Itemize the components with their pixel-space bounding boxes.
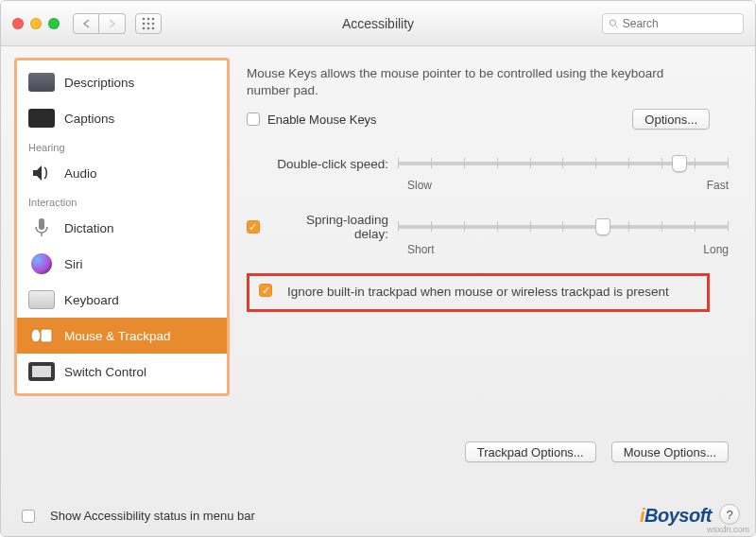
- keyboard-icon: [28, 289, 55, 310]
- options-button[interactable]: Options...: [632, 109, 710, 130]
- ignore-trackpad-highlight: Ignore built-in trackpad when mouse or w…: [247, 273, 710, 311]
- back-button[interactable]: [73, 13, 99, 34]
- titlebar: Accessibility: [1, 1, 755, 46]
- sidebar-item-label: Mouse & Trackpad: [64, 329, 171, 343]
- sidebar-item-siri[interactable]: Siri: [17, 246, 227, 282]
- search-input[interactable]: [623, 17, 737, 30]
- double-click-ends: Slow Fast: [247, 179, 729, 192]
- sidebar-item-audio[interactable]: Audio: [17, 155, 227, 191]
- slider-min: Short: [407, 243, 435, 256]
- sidebar-item-label: Switch Control: [64, 365, 146, 379]
- ignore-trackpad-checkbox[interactable]: [259, 284, 272, 297]
- double-click-speed-slider[interactable]: [398, 150, 729, 177]
- switch-control-icon: [28, 361, 55, 382]
- descriptions-icon: [28, 72, 55, 93]
- slider-thumb[interactable]: [672, 155, 687, 172]
- chevron-right-icon: [108, 19, 116, 28]
- spring-loading-row: Spring-loading delay:: [247, 213, 729, 241]
- svg-point-8: [152, 26, 155, 29]
- search-field[interactable]: [602, 13, 744, 34]
- sidebar-item-dictation[interactable]: Dictation: [17, 210, 227, 246]
- sidebar: Descriptions Captions Hearing Audio Inte…: [14, 58, 230, 396]
- window-controls: [12, 18, 60, 29]
- sidebar-item-label: Dictation: [64, 221, 114, 235]
- enable-mouse-keys-label: Enable Mouse Keys: [267, 113, 377, 127]
- sidebar-item-label: Siri: [64, 257, 83, 271]
- spring-loading-label: Spring-loading delay:: [273, 213, 388, 241]
- svg-line-10: [615, 25, 618, 27]
- svg-point-5: [152, 22, 155, 25]
- forward-button[interactable]: [99, 13, 126, 34]
- double-click-speed-row: Double-click speed:: [247, 150, 729, 177]
- minimize-icon[interactable]: [30, 18, 42, 29]
- option-buttons: Trackpad Options... Mouse Options...: [465, 442, 729, 462]
- audio-icon: [28, 163, 55, 183]
- sidebar-container: Descriptions Captions Hearing Audio Inte…: [1, 46, 230, 536]
- svg-point-4: [147, 22, 150, 25]
- close-icon[interactable]: [12, 18, 24, 29]
- sidebar-section-interaction: Interaction: [17, 191, 227, 210]
- sidebar-item-label: Captions: [64, 112, 114, 126]
- status-bar: Show Accessibility status in menu bar: [22, 509, 255, 523]
- spring-loading-slider[interactable]: [398, 214, 729, 240]
- svg-point-3: [143, 22, 146, 25]
- dictation-icon: [28, 217, 55, 238]
- enable-mouse-keys-checkbox[interactable]: [247, 113, 260, 126]
- zoom-icon[interactable]: [48, 18, 60, 29]
- slider-thumb[interactable]: [595, 218, 610, 235]
- slider-max: Fast: [707, 179, 729, 192]
- accessibility-window: Accessibility Descriptions Captions Hear…: [0, 0, 756, 537]
- siri-icon: [28, 253, 55, 274]
- svg-rect-11: [39, 218, 44, 230]
- spring-loading-ends: Short Long: [247, 243, 729, 256]
- search-icon: [609, 18, 619, 29]
- chevron-left-icon: [82, 19, 91, 28]
- svg-point-6: [143, 26, 146, 29]
- spring-loading-checkbox[interactable]: [247, 220, 260, 234]
- grid-icon: [142, 17, 155, 30]
- svg-point-0: [143, 17, 146, 20]
- sidebar-item-keyboard[interactable]: Keyboard: [17, 282, 227, 318]
- mouse-options-button[interactable]: Mouse Options...: [611, 442, 729, 462]
- content: Descriptions Captions Hearing Audio Inte…: [1, 46, 755, 536]
- show-all-button[interactable]: [135, 13, 162, 34]
- svg-rect-13: [41, 329, 52, 342]
- sidebar-item-descriptions[interactable]: Descriptions: [17, 64, 227, 100]
- help-button[interactable]: ?: [719, 504, 740, 525]
- slider-max: Long: [703, 243, 729, 256]
- main-panel: Mouse Keys allows the mouse pointer to b…: [230, 46, 755, 536]
- svg-point-1: [147, 17, 150, 20]
- double-click-speed-label: Double-click speed:: [247, 157, 398, 171]
- sidebar-section-hearing: Hearing: [17, 136, 227, 155]
- sidebar-item-switch-control[interactable]: Switch Control: [17, 354, 227, 390]
- sidebar-item-mouse-trackpad[interactable]: Mouse & Trackpad: [17, 318, 227, 354]
- svg-point-14: [31, 329, 41, 342]
- sidebar-item-label: Keyboard: [64, 293, 119, 307]
- sidebar-item-captions[interactable]: Captions: [17, 100, 227, 136]
- window-title: Accessibility: [342, 16, 414, 31]
- show-status-checkbox[interactable]: [22, 510, 35, 523]
- watermark-source: wsxdn.com: [707, 525, 749, 534]
- svg-point-7: [147, 26, 150, 29]
- sidebar-item-label: Audio: [64, 166, 97, 181]
- show-status-label: Show Accessibility status in menu bar: [50, 509, 255, 523]
- ignore-trackpad-label: Ignore built-in trackpad when mouse or w…: [287, 284, 669, 301]
- svg-point-9: [610, 19, 615, 25]
- description-text: Mouse Keys allows the mouse pointer to b…: [247, 65, 700, 99]
- watermark-brand: iBoysoft: [640, 505, 712, 527]
- svg-point-2: [152, 17, 155, 20]
- enable-row: Enable Mouse Keys Options...: [247, 109, 710, 130]
- trackpad-options-button[interactable]: Trackpad Options...: [465, 442, 596, 462]
- mouse-trackpad-icon: [28, 325, 55, 346]
- slider-min: Slow: [407, 179, 432, 192]
- nav-buttons: [73, 13, 126, 34]
- captions-icon: [28, 108, 55, 129]
- sidebar-item-label: Descriptions: [64, 76, 134, 90]
